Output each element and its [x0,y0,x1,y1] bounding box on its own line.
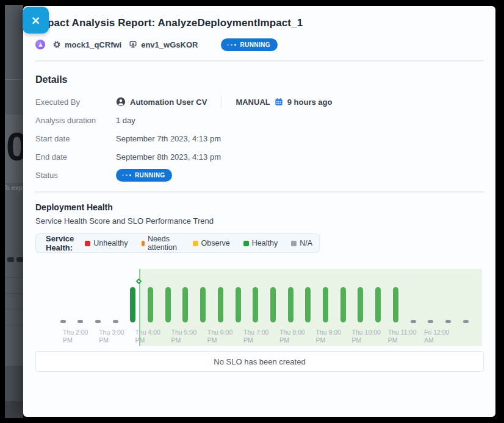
background-icon-blob [7,257,14,262]
impact-analysis-modal: Impact Analysis Report: AnalyzeDeploymen… [23,6,495,417]
health-bar-healthy [236,287,241,322]
row-start-date: Start date September 7th 2023, 4:13 pm [35,129,484,148]
background-row-line [5,277,23,278]
legend-item: Needs attention [142,235,179,252]
health-bar-healthy [218,287,223,322]
legend-title: Service Health: [46,234,74,252]
legend-swatch [193,241,198,246]
health-bar-healthy [375,287,381,322]
x-axis-label: Thu 8:00PM [279,329,304,344]
background-partial-text: To expa [5,184,23,191]
health-bar-healthy [288,287,293,322]
avatar-logo-icon [38,42,43,48]
health-bar-healthy [323,287,328,322]
gear-icon [52,40,61,49]
legend-label: Needs attention [148,235,179,252]
close-button[interactable]: × [23,7,49,34]
service-health-legend: Service Health: UnhealthyNeeds attention… [35,233,320,253]
health-bar-healthy [305,287,311,322]
row-status: Status RUNNING [35,166,484,184]
health-bar-healthy [130,287,135,322]
header-divider [35,60,484,61]
health-bar-healthy [393,287,398,322]
mock-service-name: mock1_qCRfwi [65,40,121,49]
start-date-label: Start date [35,134,116,143]
deployment-health-heading: Deployment Health [35,202,484,212]
health-bar-healthy [270,287,276,322]
health-chart: Thu 2:00PMThu 3:00PMThu 4:00PMThu 5:00PM… [35,262,484,347]
health-bar-na [95,320,101,323]
trigger-type: MANUAL [236,98,270,107]
details-heading: Details [35,74,484,85]
loading-dot [129,174,131,176]
details-rows: Executed By Automation User CV MANUAL [35,93,484,184]
section-divider [35,191,484,192]
row-analysis-duration: Analysis duration 1 day [35,111,484,129]
health-bar-na [463,320,469,323]
x-axis-label: Thu 7:00PM [243,329,268,344]
x-axis-label: Thu 9:00PM [315,329,340,344]
row-end-date: End date September 8th 2023, 4:13 pm [35,148,484,166]
status-value-label: RUNNING [135,172,165,179]
health-bar-na [77,320,83,323]
health-bar-na [113,320,118,323]
health-bar-na [60,320,66,323]
background-metric-value: 0 [6,122,23,172]
x-axis-label: Thu 10:00PM [352,329,381,344]
end-date-label: End date [35,152,116,162]
health-bar-healthy [358,287,363,322]
health-bar-na [428,320,433,323]
health-bar-na [411,320,416,323]
deployment-health-subheading: Service Health Score and SLO Performance… [35,216,484,226]
start-date-value: September 7th 2023, 4:13 pm [116,134,221,143]
user-icon [116,97,126,107]
end-date-value: September 8th 2023, 4:13 pm [116,152,221,162]
legend-swatch [85,241,90,246]
x-axis-label: Thu 4:00PM [135,329,160,344]
slo-empty-box: No SLO has been created [35,351,484,372]
legend-swatch [142,241,145,246]
health-bar-healthy [148,287,153,322]
status-value-badge: RUNNING [116,169,172,182]
environment[interactable]: env1_wGsKOR [129,40,198,49]
health-bar-healthy [182,287,188,322]
modal-title: Impact Analysis Report: AnalyzeDeploymen… [35,6,484,29]
loading-dot [227,44,229,46]
x-axis-label: Thu 6:00PM [207,329,232,344]
background-footer-band-dark [5,401,23,418]
status-badge-label: RUNNING [240,41,270,48]
background-icon-blob [16,257,23,262]
status-label: Status [35,171,116,180]
environment-name: env1_wGsKOR [141,40,198,49]
environment-icon [129,40,137,49]
health-bar-healthy [200,287,206,322]
executed-time: 9 hours ago [287,98,333,107]
x-axis-label: Thu 3:00PM [99,329,124,344]
legend-items: UnhealthyNeeds attentionObserveHealthyN/… [85,235,312,252]
health-bar-healthy [165,287,171,322]
x-axis-label: Fri 12:00AM [424,329,449,344]
health-bar-healthy [340,287,346,322]
legend-item: N/A [291,235,312,252]
mock-service[interactable]: mock1_qCRfwi [52,40,121,49]
duration-value: 1 day [116,116,135,125]
x-axis-label: Thu 5:00PM [171,329,196,344]
value-separator [221,96,221,108]
executed-by-user: Automation User CV [130,98,207,107]
workspace-avatar[interactable] [35,40,45,49]
status-badge-running: RUNNING [221,38,277,51]
legend-label: Healthy [252,239,278,247]
dimmed-background-page: 0 To expa [5,5,23,418]
calendar-icon [275,98,283,106]
duration-label: Analysis duration [35,116,116,125]
health-bar-healthy [253,287,258,322]
executed-by-label: Executed By [35,98,116,107]
legend-swatch [291,241,297,246]
health-bar-na [445,320,451,323]
x-axis-label: Thu 2:00PM [63,329,88,344]
x-axis-label: Thu 11:00PM [388,329,417,344]
legend-item: Observe [193,235,230,252]
legend-label: N/A [300,239,312,247]
loading-dot [231,44,232,46]
background-row-line [5,325,23,325]
